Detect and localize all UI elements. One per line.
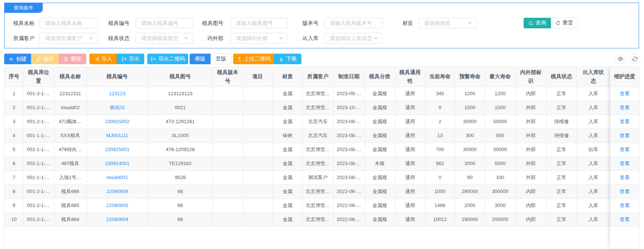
mold-status-placeholder: 请选择模具状态 <box>141 35 178 41</box>
create-button[interactable]: 创建 <box>4 54 31 64</box>
view-link[interactable]: 查看 <box>620 91 630 96</box>
column-header: 模具分类 <box>365 67 395 87</box>
table-cell: 金属 <box>273 156 303 170</box>
view-link[interactable]: 查看 <box>620 105 630 110</box>
table-cell: 通用 <box>395 212 425 226</box>
view-link[interactable]: 查看 <box>620 133 630 138</box>
view-link[interactable]: 查看 <box>620 189 630 194</box>
table-cell: 正常 <box>546 198 577 212</box>
mold-table-grid: 序号模具库位置模具名称模具编号模具图号模具版本号项目材质所属客户制造日期模具分类… <box>5 67 639 227</box>
table-cell: 1500 <box>455 101 485 114</box>
table-cell: 9 <box>5 198 23 212</box>
import-icon <box>94 56 99 62</box>
table-cell: 查看 <box>610 212 639 226</box>
table-cell: 入库 <box>577 114 610 128</box>
table-cell: 北京博世… <box>303 101 333 114</box>
table-cell: 金属模 <box>365 198 395 212</box>
table-cell: 金属 <box>273 198 303 212</box>
export-button[interactable]: 导出 <box>117 54 144 64</box>
import-button[interactable]: 导入 <box>89 54 117 64</box>
table-cell: 金属 <box>273 101 303 114</box>
table-cell: 1200 <box>485 87 515 101</box>
view-link[interactable]: 查看 <box>620 147 630 152</box>
reset-button[interactable]: 重置 <box>551 18 578 28</box>
refresh-icon <box>556 21 560 25</box>
table-cell: 金属模 <box>365 101 395 114</box>
trash-icon <box>64 57 69 62</box>
table-cell: 查看 <box>610 156 639 170</box>
internal-select[interactable]: 请选择内外部 <box>230 33 288 43</box>
download-button[interactable]: 下载 <box>274 54 301 64</box>
mold-code-link[interactable]: 测试02 <box>109 105 125 110</box>
table-cell <box>213 198 243 212</box>
table-cell <box>213 101 243 114</box>
export-qr-button[interactable]: 导出二维码 <box>147 54 188 64</box>
table-cell: 正常 <box>546 170 577 184</box>
mold-code-link[interactable]: 22060604 <box>106 217 128 222</box>
view-link[interactable]: 查看 <box>620 203 630 208</box>
stock-placeholder: 请选择出入库状态 <box>330 35 372 41</box>
mold-code-link[interactable]: MJ001111 <box>106 133 128 138</box>
table-cell: 300 <box>455 128 485 142</box>
edit-button[interactable]: 编辑 <box>31 54 59 64</box>
mold-drawing-input[interactable]: 请输入模具图号 <box>230 18 288 28</box>
column-visibility-button[interactable] <box>615 54 626 64</box>
column-header: 序号 <box>5 67 23 87</box>
table-row: 6002-1-1-…487模具230814001TE129182金属北京博世…2… <box>5 156 639 170</box>
mold-status-select[interactable]: 请选择模具状态 <box>136 33 193 43</box>
column-header: 模具名称 <box>54 67 87 87</box>
stock-select[interactable]: 请选择出入库状态 <box>324 33 383 43</box>
refresh-button[interactable] <box>630 54 640 64</box>
mold-code-link[interactable]: mould001 <box>106 175 128 180</box>
table-cell: 300000 <box>485 184 515 198</box>
mold-code-link[interactable]: 230815001 <box>105 147 129 152</box>
table-cell: 测试02 <box>87 101 148 114</box>
table-row: 7001-1-1-…入场1号…mould0019528金属测试客户2023-08… <box>5 170 639 184</box>
version-placeholder: 请输入模具版本号 <box>330 20 372 26</box>
mold-code-link[interactable]: 123123 <box>109 91 125 96</box>
landscape-button-label: 横版 <box>195 56 206 62</box>
portrait-button-label: 竖版 <box>216 56 226 62</box>
table-cell: 487模具 <box>54 156 87 170</box>
chevron-down-icon <box>468 21 472 25</box>
export-icon <box>151 56 156 62</box>
mold-code-link[interactable]: 22060606 <box>106 189 128 194</box>
view-link[interactable]: 查看 <box>620 119 630 124</box>
table-cell <box>213 184 243 198</box>
mold-code-input[interactable]: 请输入模具编号 <box>136 18 193 28</box>
table-cell: 001-1-1-… <box>23 170 54 184</box>
material-select[interactable]: 请选择材质 <box>418 18 477 28</box>
view-link[interactable]: 查看 <box>620 217 630 222</box>
view-link[interactable]: 查看 <box>620 161 630 166</box>
table-cell: 66 <box>148 198 213 212</box>
table-cell: 2023-08-… <box>333 114 365 128</box>
table-row: 8001-2-1-…模具6662206060666金属北京博世…2022-06-… <box>5 184 639 198</box>
mold-name-input[interactable]: 请输入模具名称 <box>39 18 98 28</box>
column-header: 模具库位置 <box>23 67 54 87</box>
customer-select[interactable]: 请选择所属客户 <box>39 33 98 43</box>
table-cell: 30000 <box>455 114 485 128</box>
delete-button[interactable]: 删除 <box>59 54 86 64</box>
mold-code-link[interactable]: 230815002 <box>105 119 129 124</box>
table-cell: 1500 <box>485 101 515 114</box>
upload-qr-button[interactable]: 上传二维码 <box>233 54 274 64</box>
table-cell: 562 <box>425 156 455 170</box>
view-link[interactable]: 查看 <box>620 175 630 180</box>
mold-code-link[interactable]: 230814001 <box>105 161 129 166</box>
table-cell <box>243 198 273 212</box>
mold-code-link[interactable]: 22060605 <box>106 203 128 208</box>
toolbar: 创建 编辑 删除 导入 导出 导出二维码 横版 竖版 上传二维码 下载 <box>0 54 644 64</box>
landscape-button[interactable]: 横版 <box>190 54 211 64</box>
table-cell: 入库 <box>577 198 610 212</box>
search-button[interactable]: 查询 <box>524 18 551 28</box>
table-cell: 内部 <box>515 212 546 226</box>
table-cell: 北京博世… <box>303 184 333 198</box>
table-cell: 002-1-1-… <box>23 142 54 156</box>
customer-label: 所属客户 <box>8 33 34 43</box>
portrait-button[interactable]: 竖版 <box>211 54 231 64</box>
version-input[interactable]: 请输入模具版本号 <box>324 18 383 28</box>
column-header: 预警寿命 <box>455 67 485 87</box>
table-cell: 通用 <box>395 198 425 212</box>
tab-query-conditions[interactable]: 查询条件 <box>4 3 43 13</box>
table-row: 9001-2-1-…模具6652206060566金属北京博世…2022-06-… <box>5 198 639 212</box>
